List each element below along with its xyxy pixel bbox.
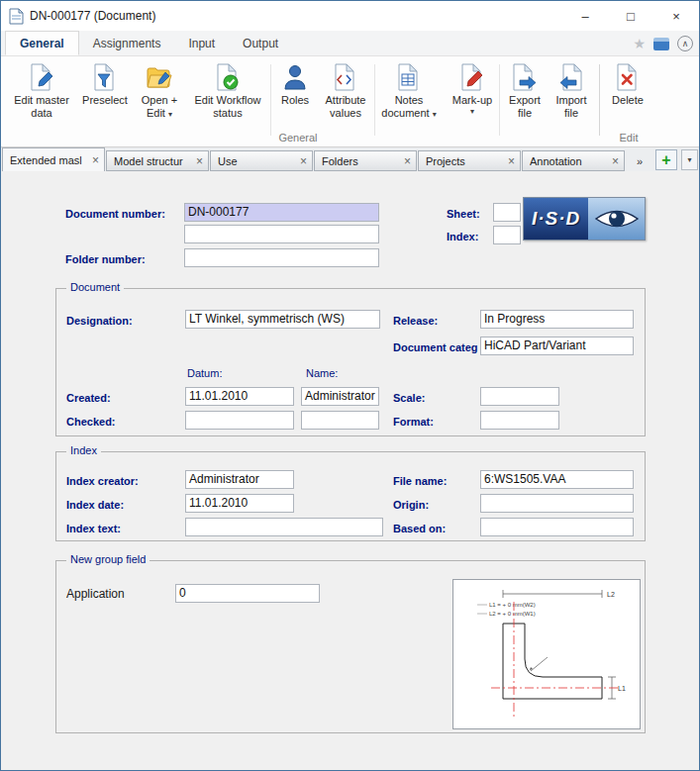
tab-close-icon[interactable]: × [300, 155, 307, 167]
import-file-icon [549, 60, 594, 94]
document-number-2-field[interactable] [184, 225, 379, 243]
ribbon-separator [499, 64, 500, 136]
button-label: Import file [555, 94, 586, 119]
tab-close-icon[interactable]: × [92, 154, 99, 166]
collapse-ribbon-button[interactable]: ∧ [677, 36, 693, 51]
window-title: DN-000177 (Document) [30, 9, 155, 23]
created-date-field[interactable]: 11.01.2010 [185, 387, 294, 406]
button-label: Export file [509, 94, 541, 119]
button-label: Mark-up [452, 94, 492, 106]
ribbon-tab-input[interactable]: Input [174, 31, 229, 55]
designation-label: Designation: [66, 315, 133, 327]
file-name-label: File name: [393, 475, 447, 487]
favorites-star-icon[interactable]: ★ [633, 37, 646, 50]
tab-model-structure[interactable]: Model structur × [106, 150, 209, 171]
based-on-label: Based on: [393, 523, 446, 534]
minimize-button[interactable]: – [562, 1, 608, 31]
edit-workflow-status-button[interactable]: Edit Workflow status [188, 60, 267, 122]
document-category-label: Document categ [393, 341, 478, 353]
ribbon-group-label-general: General [1, 132, 595, 144]
mark-up-button[interactable]: Mark-up ▾ [446, 60, 499, 122]
origin-field[interactable] [480, 494, 634, 513]
button-label: Edit Workflow status [194, 94, 260, 119]
checked-label: Checked: [66, 416, 116, 428]
dropdown-arrow-icon: ▾ [168, 110, 172, 119]
tab-menu-button[interactable]: ▾ [681, 149, 698, 170]
file-name-field[interactable]: 6:WS1505.VAA [480, 470, 634, 489]
folder-number-field[interactable] [184, 248, 379, 267]
import-file-button[interactable]: Import file [549, 60, 594, 122]
folder-number-label: Folder number: [65, 253, 146, 265]
tab-label: Projects [426, 155, 465, 167]
tab-close-icon[interactable]: × [196, 155, 203, 167]
roles-person-icon [273, 60, 317, 94]
sheet-label: Sheet: [447, 208, 480, 220]
tab-folders[interactable]: Folders × [314, 150, 417, 171]
document-category-field[interactable]: HiCAD Part/Variant [480, 337, 634, 355]
ribbon-tab-bar: General Assignments Input Output ★ ∧ [1, 31, 699, 56]
dropdown-arrow-icon: ▾ [446, 107, 499, 116]
based-on-field[interactable] [480, 518, 634, 536]
checked-name-field[interactable] [301, 411, 379, 430]
index-text-label: Index text: [66, 523, 121, 534]
index-creator-label: Index creator: [66, 475, 139, 487]
document-groupbox: Document Designation: LT Winkel, symmetr… [55, 288, 646, 436]
ribbon-tab-general[interactable]: General [5, 31, 79, 55]
index-field[interactable] [493, 226, 521, 244]
tab-close-icon[interactable]: × [508, 155, 515, 167]
tab-label: Use [218, 155, 238, 167]
preview-note-1: L1 = + 0 mm(W2) [489, 602, 536, 608]
close-button[interactable]: × [653, 1, 699, 31]
checked-date-field[interactable] [185, 411, 294, 430]
export-file-icon [502, 60, 548, 94]
format-field[interactable] [480, 411, 559, 430]
index-text-field[interactable] [185, 518, 383, 536]
preview-note-2: L2 = + 0 mm(W1) [489, 611, 536, 617]
maximize-button[interactable]: □ [608, 1, 653, 31]
tab-extended-mask[interactable]: Extended masl × [2, 147, 105, 171]
notes-document-button[interactable]: Notes document ▾ [378, 60, 440, 122]
ribbon-separator [374, 64, 375, 136]
index-group-title: Index [66, 444, 101, 456]
scale-label: Scale: [393, 392, 425, 404]
release-field[interactable]: In Progress [480, 310, 634, 329]
tab-overflow-button[interactable]: » [637, 155, 643, 167]
tab-label: Annotation [530, 155, 582, 167]
delete-button[interactable]: Delete [603, 60, 652, 122]
delete-icon [603, 60, 652, 94]
open-edit-button[interactable]: Open + Edit ▾ [132, 60, 187, 122]
document-group-title: Document [66, 281, 124, 293]
document-number-field[interactable]: DN-000177 [184, 203, 379, 222]
index-label: Index: [447, 231, 478, 242]
open-folder-icon [132, 60, 187, 94]
roles-button[interactable]: Roles [273, 60, 317, 122]
format-label: Format: [393, 416, 434, 428]
edit-master-data-button[interactable]: Edit master data [7, 60, 76, 122]
index-creator-field[interactable]: Administrator [185, 470, 294, 489]
ribbon-tab-assignments[interactable]: Assignments [79, 31, 175, 55]
designation-field[interactable]: LT Winkel, symmetrisch (WS) [185, 310, 380, 329]
scale-field[interactable] [480, 387, 559, 406]
part-preview-image: L1 = + 0 mm(W2) L2 = + 0 mm(W1) L2 L1 [452, 579, 641, 729]
ribbon-tab-output[interactable]: Output [229, 31, 292, 55]
ribbon-separator [270, 64, 271, 136]
panel-icon[interactable] [653, 38, 669, 50]
tab-label: Folders [322, 155, 358, 167]
tab-close-icon[interactable]: × [404, 155, 411, 167]
tab-annotation[interactable]: Annotation × [522, 150, 625, 171]
created-name-field[interactable]: Administrator [301, 387, 379, 406]
isd-logo-text: I·S·D [524, 198, 588, 240]
tab-close-icon[interactable]: × [612, 155, 619, 167]
index-date-field[interactable]: 11.01.2010 [185, 494, 294, 513]
export-file-button[interactable]: Export file [502, 60, 548, 122]
add-tab-button[interactable]: + [655, 149, 677, 170]
application-field[interactable]: 0 [175, 584, 320, 603]
sheet-field[interactable] [493, 203, 521, 222]
tab-projects[interactable]: Projects × [418, 150, 521, 171]
attribute-values-button[interactable]: Attribute values [318, 60, 373, 122]
created-label: Created: [66, 392, 111, 404]
title-bar: DN-000177 (Document) – □ × [1, 1, 699, 31]
tab-use[interactable]: Use × [210, 150, 313, 171]
tab-label: Extended masl [10, 154, 82, 166]
preselect-button[interactable]: Preselect [79, 60, 131, 122]
